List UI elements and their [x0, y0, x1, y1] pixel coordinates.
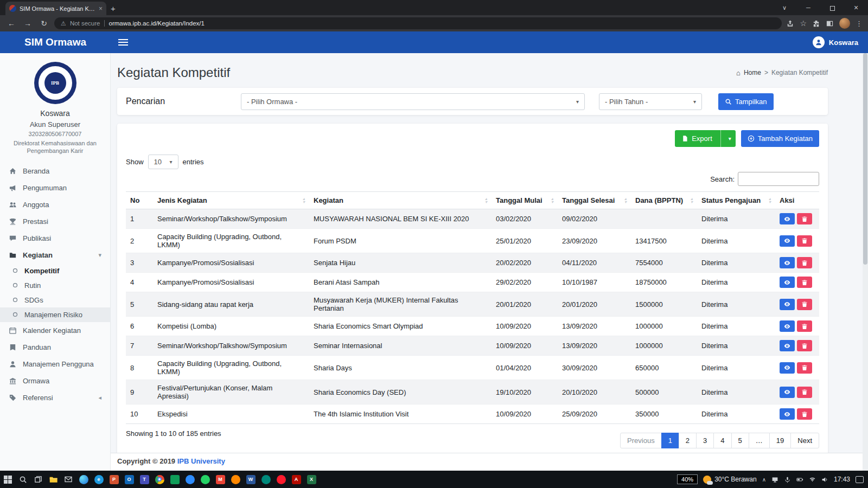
wifi-icon[interactable] [809, 476, 816, 483]
sheets-icon[interactable] [167, 471, 182, 488]
minimize-button[interactable]: ─ [796, 0, 820, 15]
extensions-puzzle-icon[interactable] [812, 20, 820, 28]
caret-down-icon[interactable]: ▾ [724, 136, 736, 142]
view-button[interactable] [780, 235, 795, 247]
forward-icon[interactable]: → [22, 19, 34, 28]
table-search-input[interactable] [738, 172, 819, 186]
excel-icon[interactable]: X [304, 471, 319, 488]
view-button[interactable] [780, 340, 795, 351]
delete-button[interactable] [797, 213, 812, 224]
pagination-page-4[interactable]: 4 [713, 433, 731, 448]
delete-button[interactable] [797, 299, 812, 310]
tampilkan-button[interactable]: Tampilkan [718, 93, 774, 110]
pagination-page-19[interactable]: 19 [769, 433, 791, 448]
delete-button[interactable] [797, 277, 812, 288]
col-tanggal-mulai[interactable]: Tanggal Mulai▴▾ [492, 192, 558, 209]
address-bar[interactable]: ⚠ Not secure ormawa.ipb.ac.id/Kegiatan/I… [54, 17, 782, 29]
zoom-icon[interactable] [182, 471, 197, 488]
monitor-icon[interactable] [771, 476, 778, 483]
view-button[interactable] [780, 408, 795, 420]
maximize-button[interactable] [820, 0, 844, 15]
tab-search-icon[interactable]: ∨ [773, 0, 796, 15]
internet-explorer-icon[interactable]: e [91, 471, 106, 488]
close-button[interactable]: × [844, 0, 868, 15]
sidebar-item-sdgs[interactable]: SDGs [0, 293, 110, 307]
taskbar-search-icon[interactable] [15, 471, 30, 488]
sidebar-item-pengumuman[interactable]: Pengumuman [0, 179, 110, 196]
browser-menu-icon[interactable]: ⋮ [856, 20, 863, 28]
delete-button[interactable] [797, 235, 812, 247]
action-center-icon[interactable] [856, 476, 864, 483]
volume-icon[interactable] [821, 476, 828, 483]
sidebar-item-panduan[interactable]: Panduan [0, 339, 110, 356]
whatsapp-icon[interactable] [197, 471, 213, 488]
col-tanggal-selesai[interactable]: Tanggal Selesai▴▾ [558, 192, 631, 209]
pagination-previous[interactable]: Previous [620, 433, 662, 448]
page-length-select[interactable]: 10 ▾ [148, 155, 178, 169]
pagination-page-1[interactable]: 1 [661, 433, 679, 448]
sidebar-item-publikasi[interactable]: Publikasi [0, 230, 110, 247]
brand-title[interactable]: SIM Ormawa [0, 36, 111, 48]
pagination-page-2[interactable]: 2 [679, 433, 697, 448]
teams-icon[interactable]: T [137, 471, 152, 488]
sidebar-item-kegiatan[interactable]: Kegiatan ▾ [0, 247, 110, 264]
opera-icon[interactable] [273, 471, 289, 488]
view-button[interactable] [780, 362, 795, 374]
word-icon[interactable]: W [243, 471, 258, 488]
view-button[interactable] [780, 387, 795, 398]
col-no[interactable]: No [126, 192, 153, 209]
hidden-icons-caret[interactable]: ∧ [762, 477, 766, 483]
sidebar-item-manajemen-pengguna[interactable]: Manajemen Pengguna [0, 356, 110, 373]
edge-icon[interactable] [76, 471, 91, 488]
view-button[interactable] [780, 277, 795, 288]
back-icon[interactable]: ← [5, 19, 17, 28]
page-scrollbar[interactable] [863, 53, 868, 471]
col-dana[interactable]: Dana (BPPTN)▴▾ [631, 192, 697, 209]
browser-tab[interactable]: SIM Ormawa - Kegiatan Kompet × [5, 2, 106, 15]
share-icon[interactable] [786, 20, 794, 28]
sidebar-item-prestasi[interactable]: Prestasi [0, 213, 110, 230]
acrobat-icon[interactable]: A [289, 471, 304, 488]
sidebar-item-anggota[interactable]: Anggota [0, 196, 110, 213]
start-button[interactable] [0, 471, 15, 488]
view-button[interactable] [780, 213, 795, 224]
url-text[interactable]: ormawa.ipb.ac.id/Kegiatan/Index/1 [108, 20, 204, 27]
breadcrumb-home[interactable]: Home [744, 69, 761, 76]
pagination-next[interactable]: Next [790, 433, 819, 448]
delete-button[interactable] [797, 340, 812, 351]
pagination-page-3[interactable]: 3 [696, 433, 714, 448]
view-button[interactable] [780, 299, 795, 310]
delete-button[interactable] [797, 362, 812, 374]
battery-icon[interactable] [796, 476, 803, 483]
export-button[interactable]: Export ▾ [675, 130, 736, 147]
view-button[interactable] [780, 257, 795, 268]
clock[interactable]: 17:43 [834, 476, 850, 483]
mail-icon[interactable] [61, 471, 76, 488]
delete-button[interactable] [797, 387, 812, 398]
bookmark-star-icon[interactable]: ☆ [800, 19, 807, 28]
sidebar-item-beranda[interactable]: Beranda [0, 163, 110, 179]
reload-icon[interactable]: ↻ [38, 19, 50, 28]
battery-percent-badge[interactable]: 40% [677, 474, 698, 484]
col-status[interactable]: Status Pengajuan▴▾ [697, 192, 775, 209]
header-user-menu[interactable]: Koswara [813, 36, 858, 48]
vlc-icon[interactable] [228, 471, 243, 488]
sidebar-item-referensi[interactable]: Referensi ◂ [0, 389, 110, 406]
sidebar-item-ormawa[interactable]: Ormawa [0, 373, 110, 389]
gmail-icon[interactable]: M [213, 471, 228, 488]
browser-profile-avatar[interactable] [839, 18, 850, 29]
file-explorer-icon[interactable] [46, 471, 61, 488]
view-button[interactable] [780, 320, 795, 332]
mic-icon[interactable] [784, 476, 791, 483]
side-panel-icon[interactable] [826, 20, 834, 28]
task-view-icon[interactable] [30, 471, 46, 488]
delete-button[interactable] [797, 320, 812, 332]
sidebar-toggle-icon[interactable] [118, 39, 128, 46]
weather-widget[interactable]: 30°C Berawan [703, 476, 757, 484]
meet-icon[interactable] [258, 471, 273, 488]
outlook-icon[interactable]: O [122, 471, 137, 488]
sidebar-item-rutin[interactable]: Rutin [0, 278, 110, 293]
tahun-select[interactable]: - Pilih Tahun - ▾ [599, 93, 702, 110]
col-kegiatan[interactable]: Kegiatan▴▾ [309, 192, 492, 209]
delete-button[interactable] [797, 257, 812, 268]
